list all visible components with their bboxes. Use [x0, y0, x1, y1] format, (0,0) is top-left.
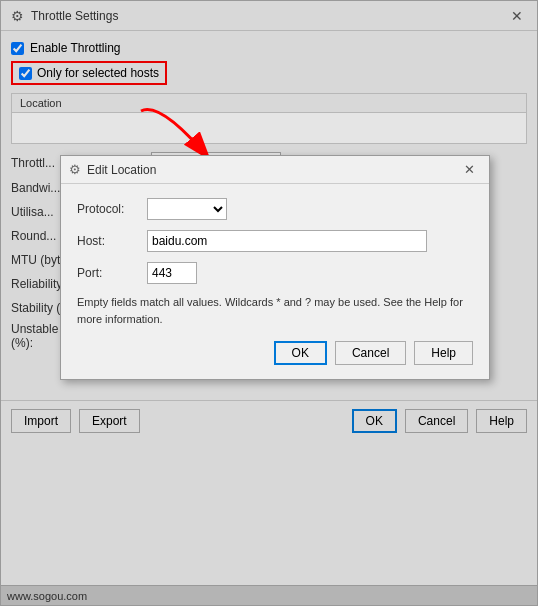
dialog-close-button[interactable]: ✕ [458, 161, 481, 178]
edit-location-dialog: ⚙ Edit Location ✕ Protocol: HTTP HTTPS F… [60, 155, 490, 380]
protocol-label: Protocol: [77, 202, 147, 216]
dialog-buttons: OK Cancel Help [77, 341, 473, 365]
host-row: Host: [77, 230, 473, 252]
dialog-icon: ⚙ [69, 162, 81, 177]
host-label: Host: [77, 234, 147, 248]
dialog-title-left: ⚙ Edit Location [69, 162, 156, 177]
port-row: Port: [77, 262, 473, 284]
dialog-hint-text: Empty fields match all values. Wildcards… [77, 294, 473, 327]
host-input[interactable] [147, 230, 427, 252]
protocol-row: Protocol: HTTP HTTPS FTP [77, 198, 473, 220]
dialog-cancel-button[interactable]: Cancel [335, 341, 406, 365]
dialog-body: Protocol: HTTP HTTPS FTP Host: Port: Emp… [61, 184, 489, 379]
dialog-title: Edit Location [87, 163, 156, 177]
dialog-ok-button[interactable]: OK [274, 341, 327, 365]
port-input[interactable] [147, 262, 197, 284]
dialog-help-button[interactable]: Help [414, 341, 473, 365]
protocol-select[interactable]: HTTP HTTPS FTP [147, 198, 227, 220]
dialog-title-bar: ⚙ Edit Location ✕ [61, 156, 489, 184]
port-label: Port: [77, 266, 147, 280]
